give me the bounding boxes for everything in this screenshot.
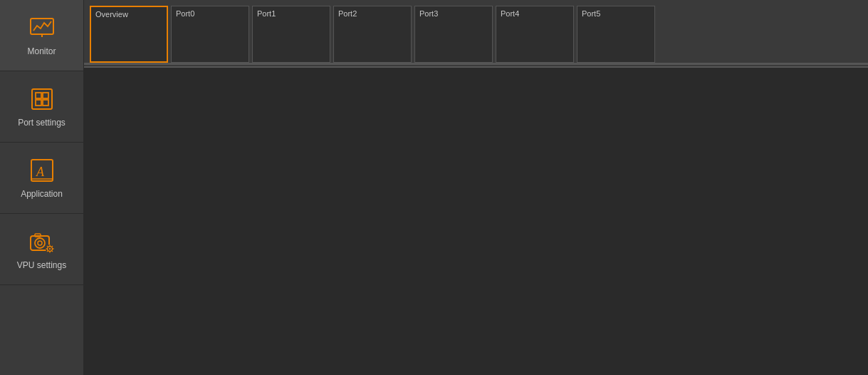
sidebar-item-vpu-settings-label: VPU settings: [17, 260, 66, 272]
svg-line-25: [47, 251, 48, 252]
tab-overview-label: Overview: [95, 10, 128, 19]
svg-point-17: [48, 248, 50, 250]
content-area: [84, 66, 868, 375]
svg-rect-4: [36, 93, 41, 98]
svg-line-22: [47, 246, 48, 247]
tab-port5-label: Port5: [582, 9, 600, 18]
sidebar-item-application[interactable]: A Application: [0, 143, 83, 214]
tab-port5[interactable]: Port5: [577, 6, 655, 63]
sidebar: Monitor Port settings A Application: [0, 0, 84, 375]
vpu-settings-icon: [28, 227, 56, 256]
sidebar-item-vpu-settings[interactable]: VPU settings: [0, 214, 83, 285]
tab-port3[interactable]: Port3: [414, 6, 493, 63]
svg-point-13: [38, 241, 42, 245]
tab-port2-label: Port2: [338, 9, 357, 18]
tab-port3-label: Port3: [419, 9, 438, 18]
sidebar-item-monitor[interactable]: Monitor: [0, 0, 83, 71]
sidebar-item-monitor-label: Monitor: [27, 46, 56, 58]
tab-port0-label: Port0: [176, 9, 194, 18]
svg-line-23: [52, 251, 53, 252]
tab-port1[interactable]: Port1: [252, 6, 330, 63]
sidebar-item-application-label: Application: [21, 189, 63, 200]
svg-rect-7: [43, 100, 48, 106]
svg-line-24: [52, 246, 53, 247]
tab-overview[interactable]: Overview: [90, 6, 168, 63]
tab-port4[interactable]: Port4: [496, 6, 574, 63]
tabs-row: Overview Port0 Port1 Port2 Port3 Port4 P…: [84, 0, 868, 63]
application-icon: A: [28, 156, 56, 185]
svg-point-12: [35, 238, 45, 248]
tab-port4-label: Port4: [501, 9, 519, 18]
tab-port0[interactable]: Port0: [171, 6, 249, 63]
sidebar-item-port-settings[interactable]: Port settings: [0, 71, 83, 143]
svg-text:A: A: [36, 165, 45, 179]
monitor-icon: [28, 14, 56, 42]
svg-rect-6: [36, 100, 41, 106]
tab-divider: [84, 63, 868, 65]
svg-rect-5: [43, 93, 48, 98]
port-settings-icon: [28, 85, 56, 113]
main-content: Overview Port0 Port1 Port2 Port3 Port4 P…: [84, 0, 868, 375]
tab-port1-label: Port1: [257, 9, 276, 18]
tab-port2[interactable]: Port2: [333, 6, 412, 63]
sidebar-item-port-settings-label: Port settings: [18, 118, 66, 129]
